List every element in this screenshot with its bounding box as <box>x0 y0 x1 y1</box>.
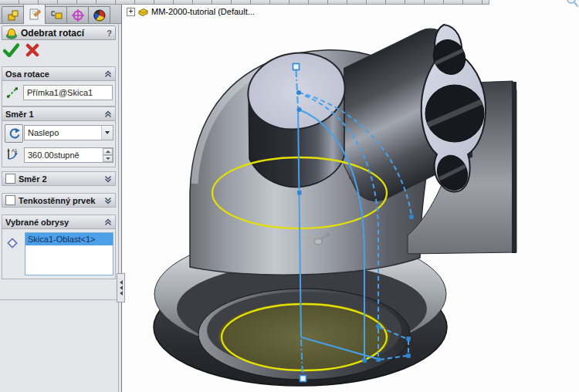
chevron-up-icon[interactable] <box>104 70 112 78</box>
collapse-arrow-icon <box>120 291 123 296</box>
cancel-button[interactable] <box>25 43 39 57</box>
panel-tab-bar <box>0 4 121 24</box>
group-direction1-header[interactable]: Směr 1 <box>2 107 115 121</box>
displaymanager-icon <box>93 8 107 22</box>
spinner-up-icon[interactable] <box>103 148 113 155</box>
reverse-direction-button[interactable] <box>5 124 23 143</box>
tree-expand-icon[interactable] <box>127 8 135 16</box>
reverse-direction-icon <box>8 127 20 140</box>
svg-text:A1: A1 <box>12 148 18 153</box>
command-toolbar-clipped[interactable] <box>0 0 489 5</box>
end-condition-value: Naslepo <box>28 128 59 137</box>
tab-displaymanager[interactable] <box>88 6 110 23</box>
group-direction1: Směr 1 Naslepo <box>2 106 116 167</box>
contour-diamond-icon <box>5 235 20 251</box>
group-thin-feature-title: Tenkostěnný prvek <box>19 196 95 205</box>
chevron-up-icon[interactable] <box>104 218 112 226</box>
direction2-checkbox[interactable] <box>5 174 15 184</box>
part-icon <box>137 6 149 17</box>
tab-propertymanager[interactable] <box>23 4 46 24</box>
end-condition-dropdown[interactable]: Naslepo <box>24 125 113 140</box>
group-direction2-title: Směr 2 <box>19 174 47 184</box>
spinner-down-icon[interactable] <box>103 155 113 162</box>
pm-content-divider <box>0 299 118 300</box>
revolved-cut-icon <box>5 27 18 39</box>
angle-icon: A1 <box>5 147 20 162</box>
group-direction1-title: Směr 1 <box>5 110 34 119</box>
group-selected-contours: Vybrané obrysy Skica1-Oblast<1> <box>2 215 116 279</box>
group-thin-feature: Tenkostěnný prvek <box>2 193 116 208</box>
feature-header: Odebrat rotací ? <box>2 25 116 40</box>
featuremanager-tree-icon <box>6 8 20 22</box>
group-selected-contours-title: Vybrané obrysy <box>5 218 69 227</box>
collapse-arrow-icon <box>120 280 123 285</box>
tab-configurationmanager[interactable] <box>45 6 67 23</box>
propertymanager-panel: Odebrat rotací ? Osa rotace <box>0 4 122 392</box>
group-axis-title: Osa rotace <box>5 69 49 79</box>
dropdown-arrow-icon[interactable] <box>101 126 113 140</box>
group-direction2-header[interactable]: Směr 2 <box>2 172 115 185</box>
axis-line-icon <box>5 85 20 100</box>
thin-feature-checkbox[interactable] <box>5 195 15 205</box>
collapse-arrow-icon <box>120 286 123 290</box>
propertymanager-icon <box>28 8 42 22</box>
panel-collapse-handle[interactable] <box>117 273 125 302</box>
confirmation-row <box>3 42 39 59</box>
axis-selection-field[interactable] <box>23 85 113 100</box>
angle-value-field[interactable] <box>24 147 113 163</box>
configurationmanager-icon <box>49 8 63 22</box>
help-button[interactable]: ? <box>107 29 112 38</box>
feature-title: Odebrat rotací <box>21 28 84 39</box>
solidworks-window: MM-2000-tutorial (Default... <box>0 0 579 392</box>
feature-tree-flyout[interactable]: MM-2000-tutorial (Default... <box>127 5 255 18</box>
chevron-down-icon[interactable] <box>104 175 112 183</box>
ok-button[interactable] <box>3 43 19 57</box>
contours-listbox[interactable]: Skica1-Oblast<1> <box>25 232 113 275</box>
group-selected-contours-header[interactable]: Vybrané obrysy <box>2 215 115 229</box>
group-axis-of-rotation: Osa rotace <box>2 66 116 106</box>
zoom-magnifier-icon <box>565 0 579 8</box>
angle-spinner[interactable] <box>103 148 113 162</box>
group-axis-header[interactable]: Osa rotace <box>2 67 115 81</box>
chevron-down-icon[interactable] <box>104 197 112 204</box>
tab-featuremanager-tree[interactable] <box>2 6 24 23</box>
dimxpertmanager-icon <box>71 8 85 22</box>
chevron-up-icon[interactable] <box>104 110 112 118</box>
tree-root-label[interactable]: MM-2000-tutorial (Default... <box>151 7 255 16</box>
contour-list-item[interactable]: Skica1-Oblast<1> <box>25 233 113 245</box>
group-thin-feature-header[interactable]: Tenkostěnný prvek <box>2 194 115 207</box>
group-direction2: Směr 2 <box>2 171 116 186</box>
tab-dimxpertmanager[interactable] <box>66 6 89 23</box>
